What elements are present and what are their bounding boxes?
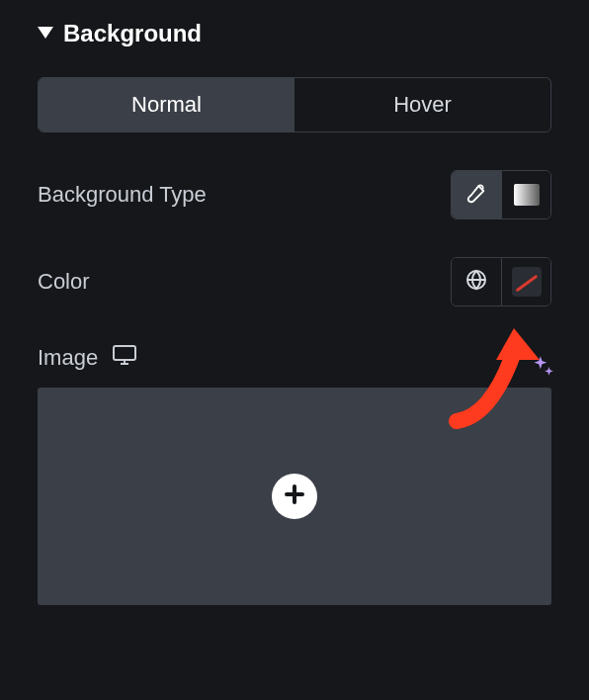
svg-marker-0: [38, 27, 53, 39]
caret-down-icon: [38, 25, 53, 43]
background-section-header[interactable]: Background: [38, 20, 551, 47]
image-row-header: Image: [38, 344, 551, 372]
brush-icon: [465, 182, 487, 208]
color-row: Color: [38, 257, 551, 306]
state-toggle: Normal Hover: [38, 77, 551, 132]
globe-icon: [464, 268, 488, 296]
tab-hover[interactable]: Hover: [294, 78, 550, 131]
plus-icon: [283, 482, 306, 510]
color-label: Color: [38, 269, 90, 295]
color-swatch-none-icon: [512, 267, 542, 297]
image-label: Image: [38, 344, 137, 372]
background-type-label: Background Type: [38, 182, 207, 208]
gradient-background-button[interactable]: [501, 171, 550, 219]
image-label-text: Image: [38, 345, 98, 371]
gradient-icon: [514, 184, 540, 206]
section-title: Background: [63, 20, 202, 47]
tab-normal[interactable]: Normal: [39, 78, 294, 131]
global-color-button[interactable]: [452, 258, 501, 306]
background-type-row: Background Type: [38, 170, 551, 219]
sparkle-icon: [530, 354, 555, 384]
classic-background-button[interactable]: [452, 171, 501, 219]
image-drop-area[interactable]: [38, 388, 551, 605]
color-controls: [451, 257, 551, 306]
desktop-icon[interactable]: [112, 344, 137, 372]
background-type-selector: [451, 170, 551, 219]
svg-rect-2: [114, 346, 135, 360]
add-image-button[interactable]: [272, 474, 317, 519]
color-picker-button[interactable]: [501, 258, 550, 306]
